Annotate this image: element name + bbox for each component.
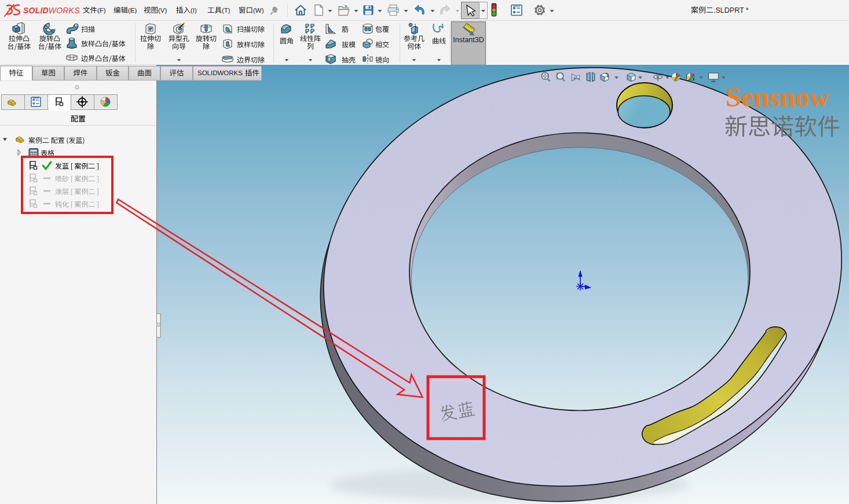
- svg-text:.SLDPRT *: .SLDPRT *: [713, 6, 749, 14]
- svg-text:Sensnow: Sensnow: [726, 82, 829, 112]
- svg-text:(E): (E): [128, 7, 137, 14]
- svg-text:(I): (I): [191, 7, 197, 14]
- svg-text:Instant3D: Instant3D: [453, 36, 484, 44]
- svg-text:SOLIDWORKS: SOLIDWORKS: [23, 6, 80, 15]
- svg-text:(W): (W): [253, 7, 264, 14]
- svg-text:(F): (F): [97, 7, 106, 14]
- svg-text:SOLIDWORKS: SOLIDWORKS: [197, 69, 243, 76]
- svg-text:(T): (T): [222, 7, 230, 14]
- svg-text:(V): (V): [158, 7, 167, 14]
